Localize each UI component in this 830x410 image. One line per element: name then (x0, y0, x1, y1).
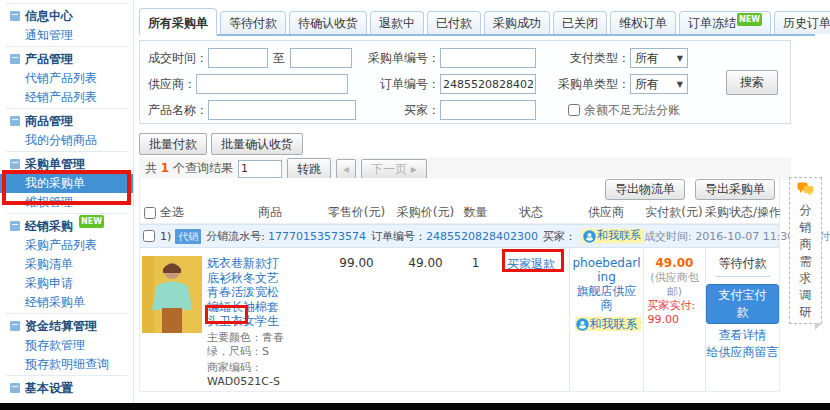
tab-awaiting-payment[interactable]: 等待付款 (220, 11, 286, 34)
sidebar-section-basic-settings[interactable]: − 基本设置 (0, 378, 133, 398)
sidebar-item-purchase-product-list[interactable]: 采购产品列表 (0, 236, 133, 255)
supplier-input[interactable] (196, 74, 348, 94)
sidebar-item-prepay-mgmt[interactable]: 预存款管理 (0, 336, 133, 355)
tab-label: 采购成功 (493, 16, 541, 30)
deal-time-value: 2016-10-07 11:36 (695, 230, 794, 243)
batch-confirm-receipt-button[interactable]: 批量确认收货 (211, 133, 303, 155)
sidebar-section-goods-mgmt[interactable]: − 商品管理 (0, 111, 133, 131)
product-image[interactable] (142, 256, 202, 333)
sidebar-item-rights-mgmt[interactable]: 维权管理 (0, 193, 133, 212)
tab-history-order-export[interactable]: 历史订单导出NEW (774, 11, 830, 34)
sidebar-item-prepay-detail-query[interactable]: 预存款明细查询 (0, 355, 133, 374)
tab-refunding[interactable]: 退款中 (370, 11, 424, 34)
batch-pay-button[interactable]: 批量付款 (139, 133, 207, 155)
export-logistics-button[interactable]: 导出物流单 (605, 179, 685, 200)
divider (6, 213, 127, 214)
pay-type-select[interactable]: 所有 ▼ (630, 48, 688, 68)
count-number: 1 (161, 161, 169, 175)
next-page-button[interactable]: 下一页 ▸ (361, 159, 427, 179)
chat-bubbles-icon (797, 182, 814, 197)
tab-paid[interactable]: 已付款 (427, 11, 481, 34)
sidebar-section-dealer-purchase[interactable]: − 经销采购 NEW (0, 216, 133, 236)
buyer-input[interactable] (440, 100, 536, 120)
tab-label: 已付款 (436, 16, 472, 30)
col-retail-price: 零售价(元) (320, 204, 393, 221)
col-purchase-price: 采购价(元) (393, 204, 458, 221)
sidebar-item-consign-product-list[interactable]: 代销产品列表 (0, 69, 133, 88)
view-detail-link[interactable]: 查看详情 (706, 327, 779, 344)
tab-purchase-success[interactable]: 采购成功 (484, 11, 550, 34)
contact-supplier-chip[interactable]: 和我联系 (575, 317, 641, 331)
section-title: 采购单管理 (25, 156, 85, 173)
purchase-price-cell: 49.00 (393, 248, 458, 392)
prev-page-button[interactable]: ◂ (336, 159, 356, 179)
tab-closed[interactable]: 已关闭 (553, 11, 607, 34)
contact-me-label: 和我联系 (590, 317, 638, 331)
tab-all-purchase-orders[interactable]: 所有采购单 (139, 8, 217, 36)
supplier-name-link[interactable]: 旗舰店供应商 (570, 284, 643, 312)
to-label: 至 (273, 50, 285, 67)
export-purchase-button[interactable]: 导出采购单 (695, 179, 775, 200)
sidebar-section-purchase-order-mgmt[interactable]: − 采购单管理 (0, 154, 133, 174)
divider (6, 46, 127, 47)
col-status: 状态 (493, 204, 569, 221)
deal-time-to-input[interactable] (290, 48, 352, 68)
section-title: 信息中心 (25, 8, 73, 25)
status-buyer-refund-link[interactable]: 买家退款 (507, 257, 555, 271)
select-all-checkbox[interactable] (144, 207, 156, 219)
sidebar-item-purchase-apply[interactable]: 采购申请 (0, 274, 133, 293)
select-all-label: 全选 (160, 204, 184, 221)
product-code-label: 商家编码： (207, 361, 287, 375)
distributor-survey-tab[interactable]: 分销商需求调研 (789, 177, 822, 324)
tab-order-freeze[interactable]: 订单冻结NEW (679, 11, 771, 34)
supplier-name-link[interactable]: phoebedarling (570, 256, 643, 284)
order-no-input[interactable] (440, 74, 536, 94)
sidebar-item-notice-mgmt[interactable]: 通知管理 (0, 26, 133, 45)
product-cell: 妩衣巷新款打底衫秋冬文艺青春活泼宽松蝙蝠长袖棉套头卫衣女学生 主要颜色：青春绿，… (140, 248, 320, 392)
pay-type-label: 支付类型： (554, 50, 630, 67)
sidebar-section-fund-settlement[interactable]: − 资金结算管理 (0, 316, 133, 336)
search-button[interactable]: 搜索 (726, 70, 778, 95)
order-select-checkbox[interactable] (143, 230, 155, 242)
product-title-link[interactable]: 妩衣巷新款打底衫秋冬文艺青春活泼宽松蝙蝠长袖棉套头卫衣女学生 (207, 256, 287, 329)
sidebar-item-my-purchase-orders[interactable]: 我的采购单 (0, 174, 133, 193)
chevron-down-icon: ▼ (677, 80, 683, 89)
product-name-input[interactable] (208, 100, 356, 120)
tab-label: 待确认收货 (298, 16, 358, 30)
alipay-pay-button[interactable]: 支付宝付款 (706, 284, 779, 324)
ops-cell: 等待付款 支付宝付款 查看详情 给供应商留言 (705, 248, 779, 392)
tab-awaiting-confirm-receipt[interactable]: 待确认收货 (289, 11, 367, 34)
app-window: − 信息中心 通知管理 − 产品管理 代销产品列表 经销产品列表 − 商品管理 … (0, 0, 830, 410)
next-arrow-icon: ▸ (411, 162, 417, 176)
jump-button[interactable]: 转跳 (287, 158, 331, 180)
supplier-label: 供应商： (148, 76, 196, 93)
collapse-minus-icon: − (10, 11, 20, 21)
message-supplier-link[interactable]: 给供应商留言 (706, 344, 779, 361)
balance-insufficient-checkbox[interactable] (568, 104, 580, 116)
sidebar-section-info-center[interactable]: − 信息中心 (0, 6, 133, 26)
sidebar-item-dealer-purchase-orders[interactable]: 经销采购单 (0, 293, 133, 312)
flow-no-value[interactable]: 17770153573574 (268, 230, 366, 243)
deal-time-from-input[interactable] (208, 48, 268, 68)
quantity-cell: 1 (458, 248, 493, 392)
section-title: 产品管理 (25, 51, 73, 68)
order-header-bar: 1) 代销 分销流水号: 17770153573574 订单编号： 248552… (140, 224, 779, 248)
sidebar-item-purchase-list[interactable]: 采购清单 (0, 255, 133, 274)
contact-me-chip[interactable]: 和我联系 (582, 229, 644, 243)
purchase-order-tabs: 所有采购单 等待付款 待确认收货 退款中 已付款 采购成功 已关闭 维权订单 订… (139, 8, 815, 36)
sidebar-section-product-mgmt[interactable]: − 产品管理 (0, 49, 133, 69)
search-filter-panel: 成交时间： 至 供应商： 产品名称： 采购单编号： 订单编号： (139, 40, 791, 124)
tab-rights-orders[interactable]: 维权订单 (610, 11, 676, 34)
export-toolbar: 导出物流单 导出采购单 (140, 178, 779, 202)
col-status-ops: 采购状态/操作 (705, 204, 779, 221)
tab-label: 所有采购单 (148, 16, 208, 30)
sidebar-item-dealer-product-list[interactable]: 经销产品列表 (0, 88, 133, 107)
collapse-minus-icon: − (10, 321, 20, 331)
sidebar-item-my-distribution-goods[interactable]: 我的分销商品 (0, 131, 133, 150)
order-no-value[interactable]: 2485520828402300 (426, 230, 538, 243)
count-suffix: 个查询结果 (173, 161, 233, 175)
purchase-type-select[interactable]: 所有 ▼ (630, 74, 688, 94)
tab-label: 历史订单导出 (783, 16, 830, 30)
purchase-no-input[interactable] (440, 48, 536, 68)
page-jump-input[interactable] (238, 160, 282, 178)
